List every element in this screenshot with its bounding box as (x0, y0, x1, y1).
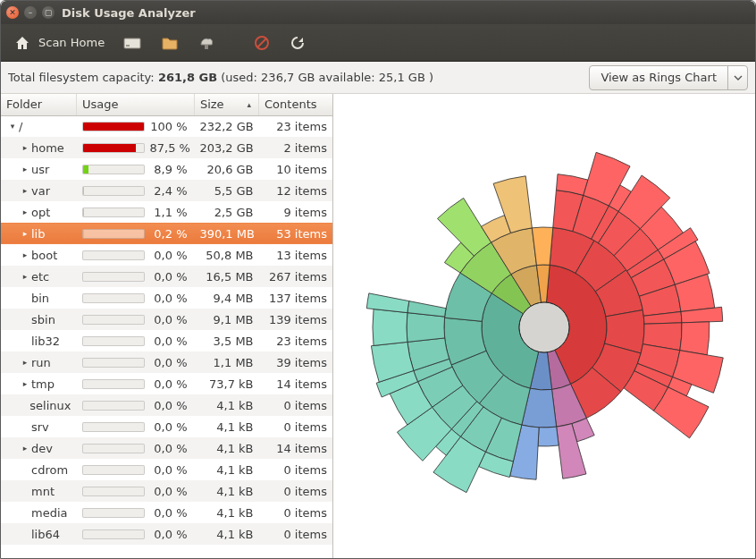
scan-folder-button[interactable] (155, 30, 185, 56)
usage-percent: 1,1 % (150, 206, 188, 219)
table-row[interactable]: lib320,0 %3,5 MB23 items (1, 330, 332, 351)
table-row[interactable]: ▸opt1,1 %2,5 GB9 items (1, 201, 332, 223)
table-row[interactable]: ▸dev0,0 %4,1 kB14 items (1, 437, 332, 459)
usage-bar (82, 444, 145, 453)
contents-cell: 2 items (259, 137, 332, 158)
table-row[interactable]: sbin0,0 %9,1 MB139 items (1, 309, 332, 330)
table-row[interactable]: ▸home87,5 %203,2 GB2 items (1, 137, 332, 158)
table-row[interactable]: media0,0 %4,1 kB0 items (1, 502, 332, 523)
folder-name: mnt (31, 485, 55, 498)
size-cell: 73,7 kB (194, 373, 258, 394)
toolbar: Scan Home (1, 24, 755, 62)
size-cell: 4,1 kB (194, 394, 258, 416)
usage-percent: 0,0 % (150, 442, 188, 455)
table-row[interactable]: lib640,0 %4,1 kB0 items (1, 523, 332, 545)
folder-name: lib32 (31, 335, 60, 348)
window-title: Disk Usage Analyzer (62, 6, 196, 20)
ring-segment[interactable] (407, 312, 445, 342)
expander-icon[interactable]: ▸ (21, 229, 29, 238)
expander-icon[interactable]: ▾ (8, 122, 17, 131)
size-cell: 4,1 kB (194, 480, 258, 502)
folder-name: tmp (31, 377, 55, 391)
size-cell: 390,1 MB (194, 223, 258, 244)
usage-percent: 0,0 % (150, 249, 188, 262)
size-cell: 1,1 MB (194, 351, 258, 373)
expander-icon[interactable]: ▸ (21, 208, 29, 216)
table-row[interactable]: ▸tmp0,0 %73,7 kB14 items (1, 373, 332, 394)
contents-cell: 23 items (259, 115, 332, 137)
table-row[interactable]: ▸etc0,0 %16,5 MB267 items (1, 266, 332, 287)
view-selector[interactable]: View as Rings Chart (589, 65, 748, 90)
size-cell: 232,2 GB (194, 115, 258, 137)
ring-segment[interactable] (538, 427, 559, 446)
contents-cell: 0 items (259, 502, 332, 523)
folder-name: lib64 (31, 528, 60, 541)
expander-icon[interactable]: ▸ (21, 250, 29, 259)
column-header-size[interactable]: Size▴ (194, 94, 258, 115)
scan-remote-button[interactable] (192, 30, 221, 56)
folder-name: selinux (29, 399, 71, 412)
size-cell: 5,5 GB (194, 180, 258, 201)
svg-line-4 (257, 38, 266, 47)
table-row[interactable]: cdrom0,0 %4,1 kB0 items (1, 459, 332, 480)
size-cell: 20,6 GB (194, 158, 258, 180)
ring-segment[interactable] (680, 321, 710, 354)
expander-icon[interactable]: ▸ (21, 165, 29, 174)
table-row[interactable]: ▸usr8,9 %20,6 GB10 items (1, 158, 332, 180)
main-split: Folder Usage Size▴ Contents ▾/100 %232,2… (1, 94, 755, 559)
folder-name: bin (31, 292, 49, 305)
refresh-icon (289, 34, 307, 52)
capacity-total: 261,8 GB (158, 71, 217, 84)
usage-bar (82, 401, 145, 411)
folder-name: sbin (31, 313, 55, 326)
usage-percent: 0,0 % (150, 335, 188, 348)
table-row[interactable]: srv0,0 %4,1 kB0 items (1, 416, 332, 437)
size-cell: 16,5 MB (194, 266, 258, 287)
size-cell: 4,1 kB (194, 459, 258, 480)
expander-icon[interactable]: ▸ (21, 272, 29, 281)
contents-cell: 13 items (259, 244, 332, 266)
stop-button[interactable] (248, 30, 276, 56)
column-header-contents[interactable]: Contents (259, 94, 332, 115)
rings-chart[interactable] (352, 135, 736, 520)
table-row[interactable]: ▸run0,0 %1,1 MB39 items (1, 351, 332, 373)
folder-name: dev (31, 442, 53, 455)
stop-icon (253, 34, 271, 52)
expander-icon[interactable]: ▸ (21, 186, 29, 195)
window-minimize-button[interactable]: – (24, 6, 37, 19)
contents-cell: 0 items (259, 416, 332, 437)
table-row[interactable]: ▸var2,4 %5,5 GB12 items (1, 180, 332, 201)
folder-name: opt (31, 206, 50, 219)
table-row[interactable]: ▸lib0,2 %390,1 MB53 items (1, 223, 332, 244)
table-row[interactable]: selinux0,0 %4,1 kB0 items (1, 394, 332, 416)
sort-indicator-icon: ▴ (248, 100, 252, 109)
expander-icon[interactable]: ▸ (21, 143, 29, 152)
expander-icon[interactable]: ▸ (21, 444, 29, 453)
chart-panel (333, 94, 755, 559)
chevron-down-icon (727, 66, 747, 89)
contents-cell: 39 items (259, 351, 332, 373)
scan-home-button[interactable]: Scan Home (8, 30, 110, 56)
window-close-button[interactable]: ✕ (6, 6, 19, 19)
table-row[interactable]: ▸boot0,0 %50,8 MB13 items (1, 244, 332, 266)
table-row[interactable]: ▾/100 %232,2 GB23 items (1, 115, 332, 137)
refresh-button[interactable] (283, 30, 312, 56)
scan-filesystem-button[interactable] (117, 30, 147, 56)
window-maximize-button[interactable]: ▢ (42, 6, 55, 19)
contents-cell: 53 items (259, 223, 332, 244)
usage-bar (82, 165, 145, 174)
table-row[interactable]: bin0,0 %9,4 MB137 items (1, 287, 332, 309)
expander-icon[interactable]: ▸ (21, 379, 29, 388)
table-row[interactable]: mnt0,0 %4,1 kB0 items (1, 480, 332, 502)
ring-segment[interactable] (366, 292, 409, 312)
info-bar: Total filesystem capacity: 261,8 GB (use… (1, 62, 755, 94)
folder-name: boot (31, 249, 57, 262)
column-header-usage[interactable]: Usage (77, 94, 195, 115)
contents-cell: 137 items (259, 287, 332, 309)
usage-bar (82, 358, 145, 368)
expander-icon[interactable]: ▸ (21, 358, 29, 367)
ring-segment[interactable] (373, 309, 407, 345)
scan-home-label: Scan Home (38, 36, 105, 49)
column-header-folder[interactable]: Folder (1, 94, 77, 115)
usage-bar (82, 186, 145, 196)
